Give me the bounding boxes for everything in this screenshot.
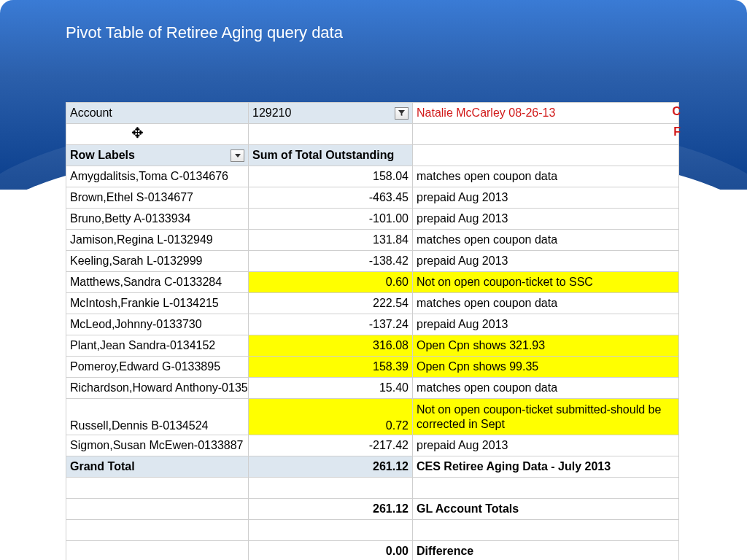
table-row: McIntosh,Frankie L-0134215222.54matches …: [66, 293, 679, 314]
table-row: Richardson,Howard Anthony-01354115.40mat…: [66, 378, 679, 399]
table-row: McLeod,Johnny-0133730-137.24prepaid Aug …: [66, 314, 679, 335]
row-note: Open Cpn shows 321.93: [413, 335, 679, 357]
row-value: 0.60: [249, 272, 413, 293]
row-label: Keeling,Sarah L-0132999: [66, 251, 249, 272]
row-note: Not on open coupon-ticket to SSC: [413, 272, 679, 293]
blank-row: [66, 478, 679, 499]
row-labels-header[interactable]: Row Labels: [66, 145, 249, 166]
grand-total-row: Grand Total 261.12 CES Retiree Aging Dat…: [66, 456, 679, 478]
table-row: Matthews,Sandra C-01332840.60Not on open…: [66, 272, 679, 293]
row-note: prepaid Aug 2013: [413, 209, 679, 230]
table-row: Bruno,Betty A-0133934-101.00prepaid Aug …: [66, 209, 679, 230]
row-label: Amygdalitsis,Toma C-0134676: [66, 166, 249, 187]
row-value: 15.40: [249, 378, 413, 399]
row-label: Brown,Ethel S-0134677: [66, 187, 249, 209]
row-label: Richardson,Howard Anthony-013541: [66, 378, 249, 399]
row-note: matches open coupon data: [413, 378, 679, 399]
table-row: Russell,Dennis B-01345240.72Not on open …: [66, 399, 679, 435]
table-row: Plant,Jean Sandra-0134152316.08Open Cpn …: [66, 335, 679, 357]
row-label: Russell,Dennis B-0134524: [66, 399, 249, 435]
table-row: Amygdalitsis,Toma C-0134676158.04matches…: [66, 166, 679, 187]
filter-icon[interactable]: [395, 107, 409, 120]
table-row: Sigmon,Susan McEwen-0133887-217.42prepai…: [66, 435, 679, 456]
row-note: prepaid Aug 2013: [413, 187, 679, 209]
row-note: prepaid Aug 2013: [413, 435, 679, 456]
row-label: Jamison,Regina L-0132949: [66, 230, 249, 251]
row-value: 0.72: [249, 399, 413, 435]
header-note: Natalie McCarley 08-26-13: [413, 103, 679, 124]
row-value: -138.42: [249, 251, 413, 272]
row-labels-text: Row Labels: [70, 149, 135, 161]
row-note: Open Cpn shows 99.35: [413, 357, 679, 378]
row-value: 316.08: [249, 335, 413, 357]
row-label: McIntosh,Frankie L-0134215: [66, 293, 249, 314]
difference-note: Difference: [413, 541, 679, 561]
account-value: 129210: [252, 106, 291, 119]
gl-totals-row: 261.12 GL Account Totals: [66, 499, 679, 520]
column-headers: Row Labels Sum of Total Outstanding: [66, 145, 679, 166]
slide-title: Pivot Table of Retiree Aging query data: [66, 23, 343, 42]
row-value: 158.39: [249, 357, 413, 378]
table-row: Keeling,Sarah L-0132999-138.42prepaid Au…: [66, 251, 679, 272]
difference-value: 0.00: [249, 541, 413, 561]
account-label: Account: [66, 103, 249, 124]
difference-row: 0.00 Difference: [66, 541, 679, 561]
row-note: matches open coupon data: [413, 166, 679, 187]
row-label: Plant,Jean Sandra-0134152: [66, 335, 249, 357]
table-row: Pomeroy,Edward G-0133895158.39Open Cpn s…: [66, 357, 679, 378]
sum-header: Sum of Total Outstanding: [249, 145, 413, 166]
row-label: Bruno,Betty A-0133934: [66, 209, 249, 230]
grand-total-value: 261.12: [249, 456, 413, 478]
pivot-table: ✥ C F Account 129210 Natalie McCarley 08…: [66, 102, 679, 560]
row-value: -463.45: [249, 187, 413, 209]
row-value: 222.54: [249, 293, 413, 314]
row-value: 131.84: [249, 230, 413, 251]
table-row: Jamison,Regina L-0132949131.84matches op…: [66, 230, 679, 251]
row-note: Not on open coupon-ticket submitted-shou…: [413, 399, 679, 435]
clipped-text: C: [672, 105, 681, 118]
grand-total-label: Grand Total: [66, 456, 249, 478]
clipped-text: F: [673, 125, 681, 139]
dropdown-icon[interactable]: [231, 149, 244, 162]
row-value: -137.24: [249, 314, 413, 335]
gl-total-value: 261.12: [249, 499, 413, 520]
blank-row: [66, 124, 679, 145]
row-label: Matthews,Sandra C-0133284: [66, 272, 249, 293]
gl-total-note: GL Account Totals: [413, 499, 679, 520]
filter-row: Account 129210 Natalie McCarley 08-26-13: [66, 103, 679, 124]
row-label: McLeod,Johnny-0133730: [66, 314, 249, 335]
row-value: 158.04: [249, 166, 413, 187]
row-value: -101.00: [249, 209, 413, 230]
row-note: matches open coupon data: [413, 293, 679, 314]
blank-row: [66, 520, 679, 541]
grand-total-note: CES Retiree Aging Data - July 2013: [413, 456, 679, 478]
row-note: matches open coupon data: [413, 230, 679, 251]
row-note: prepaid Aug 2013: [413, 314, 679, 335]
row-label: Pomeroy,Edward G-0133895: [66, 357, 249, 378]
row-note: prepaid Aug 2013: [413, 251, 679, 272]
slide: Pivot Table of Retiree Aging query data …: [0, 0, 747, 560]
row-value: -217.42: [249, 435, 413, 456]
row-label: Sigmon,Susan McEwen-0133887: [66, 435, 249, 456]
account-value-cell[interactable]: 129210: [249, 103, 413, 124]
table-row: Brown,Ethel S-0134677-463.45prepaid Aug …: [66, 187, 679, 209]
